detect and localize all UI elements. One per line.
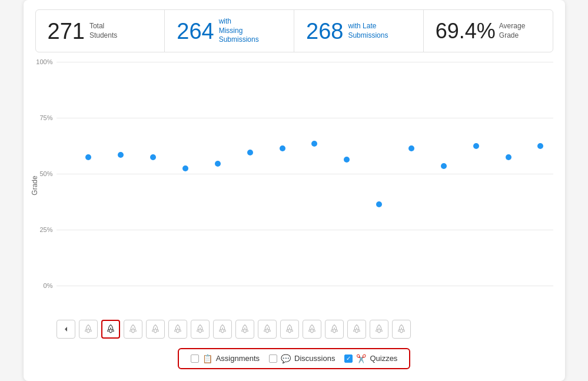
data-dot[interactable]: [150, 154, 156, 160]
svg-point-2: [132, 327, 133, 329]
late-label: with LateSubmissions: [348, 22, 383, 40]
nav-back-button[interactable]: [57, 320, 75, 339]
data-dot[interactable]: [344, 157, 350, 163]
nav-item-3[interactable]: [146, 320, 165, 339]
data-dot[interactable]: [118, 152, 124, 158]
svg-point-3: [154, 327, 155, 329]
svg-point-14: [400, 327, 401, 329]
svg-point-12: [356, 327, 357, 329]
svg-point-6: [221, 327, 222, 329]
legend-quizzes[interactable]: ✂️ Quizzes: [344, 354, 397, 363]
total-students-stat: 271 TotalStudents: [36, 10, 165, 52]
data-dot[interactable]: [85, 154, 91, 160]
svg-point-4: [177, 327, 178, 329]
quizzes-label: Quizzes: [370, 354, 397, 363]
svg-point-8: [266, 327, 267, 329]
nav-item-2[interactable]: [124, 320, 142, 339]
legend-box: 📋 Assignments 💬 Discussions ✂️ Quizzes: [178, 348, 411, 369]
discussions-label: Discussions: [294, 354, 335, 363]
assignments-label: Assignments: [216, 354, 260, 363]
quizzes-icon: ✂️: [356, 354, 366, 363]
grid-label: 100%: [35, 58, 53, 65]
svg-point-10: [311, 327, 312, 329]
data-dot[interactable]: [182, 165, 188, 171]
svg-point-9: [288, 327, 290, 329]
chart-container: Grade 0%25%50%75%100%: [35, 62, 553, 309]
svg-point-0: [87, 327, 88, 329]
data-dot[interactable]: [408, 145, 414, 151]
data-dot[interactable]: [247, 150, 253, 155]
data-dot[interactable]: [537, 143, 543, 149]
data-dot[interactable]: [506, 154, 511, 160]
missing-label: with MissingSubmissions: [219, 17, 254, 45]
legend-discussions[interactable]: 💬 Discussions: [269, 354, 335, 363]
late-submissions-stat[interactable]: 268 with LateSubmissions: [294, 10, 423, 52]
grid-label: 0%: [35, 282, 53, 289]
quizzes-checkbox[interactable]: [344, 355, 353, 363]
legend-assignments[interactable]: 📋 Assignments: [191, 354, 260, 363]
data-dot[interactable]: [280, 145, 285, 151]
grid-line: [57, 174, 553, 174]
missing-submissions-stat[interactable]: 264 with MissingSubmissions: [164, 10, 294, 52]
grid-line: [57, 118, 553, 118]
svg-point-1: [109, 327, 111, 329]
nav-item-6[interactable]: [213, 320, 232, 339]
svg-point-13: [378, 327, 379, 329]
grid-line: [57, 230, 553, 230]
nav-item-12[interactable]: [347, 320, 366, 339]
nav-item-14[interactable]: [392, 320, 411, 339]
nav-item-1[interactable]: [101, 320, 120, 339]
main-card: 271 TotalStudents 264 with MissingSubmis…: [24, 0, 565, 381]
average-label: AverageGrade: [499, 22, 525, 40]
data-dot[interactable]: [376, 201, 382, 207]
nav-item-8[interactable]: [258, 320, 277, 339]
assignments-checkbox[interactable]: [191, 355, 199, 363]
data-dot[interactable]: [441, 163, 447, 169]
late-number: 268: [306, 20, 343, 42]
data-dot[interactable]: [215, 161, 221, 167]
grid-label: 50%: [35, 170, 53, 177]
y-axis-label: Grade: [30, 175, 38, 195]
legend-row: 📋 Assignments 💬 Discussions ✂️ Quizzes: [35, 348, 553, 369]
average-grade-stat: 69.4% AverageGrade: [423, 10, 553, 52]
nav-item-9[interactable]: [280, 320, 299, 339]
nav-row: [35, 315, 553, 341]
nav-item-0[interactable]: [79, 320, 98, 339]
stats-row: 271 TotalStudents 264 with MissingSubmis…: [35, 9, 553, 52]
average-percent: 69.4%: [436, 19, 496, 44]
svg-point-7: [244, 327, 245, 329]
discussions-checkbox[interactable]: [269, 355, 277, 363]
total-students-label: TotalStudents: [89, 22, 117, 40]
nav-item-7[interactable]: [235, 320, 254, 339]
missing-number: 264: [177, 20, 214, 42]
nav-item-11[interactable]: [325, 320, 344, 339]
chart-inner: 0%25%50%75%100%: [57, 62, 553, 309]
grid-label: 75%: [35, 114, 53, 121]
discussions-icon: 💬: [281, 354, 291, 363]
grid-line: [57, 286, 553, 286]
nav-item-5[interactable]: [191, 320, 210, 339]
data-dot[interactable]: [311, 141, 317, 147]
nav-item-13[interactable]: [370, 320, 388, 339]
grid-label: 25%: [35, 226, 53, 233]
grid-line: [57, 62, 553, 62]
svg-point-11: [333, 327, 334, 329]
total-students-number: 271: [48, 20, 85, 42]
data-dot[interactable]: [473, 143, 479, 149]
svg-point-5: [199, 327, 200, 329]
nav-item-4[interactable]: [168, 320, 187, 339]
nav-item-10[interactable]: [303, 320, 321, 339]
assignments-icon: 📋: [202, 354, 212, 363]
